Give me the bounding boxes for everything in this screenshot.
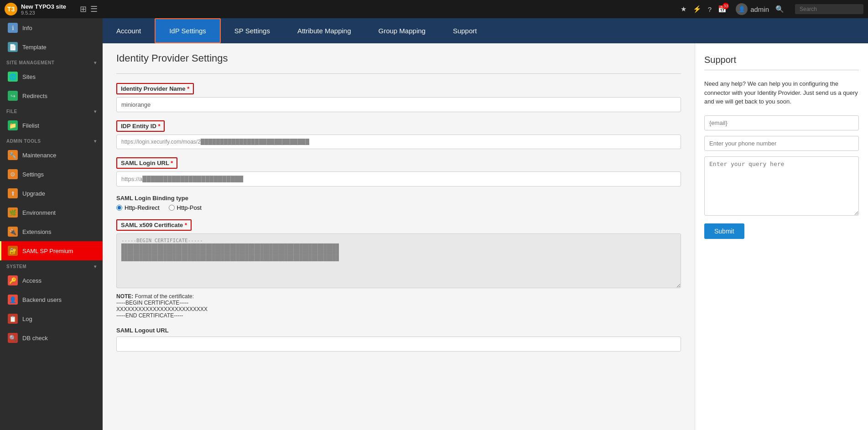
chevron-down-icon: ▾ bbox=[94, 139, 97, 144]
search-input[interactable] bbox=[795, 4, 863, 14]
tabs-bar: Account IdP Settings SP Settings Attribu… bbox=[103, 18, 868, 43]
sidebar-item-template[interactable]: 📄 Template bbox=[0, 37, 103, 57]
site-logo: T3 New TYPO3 site 9.5.23 bbox=[5, 3, 66, 16]
main-layout: ℹ Info 📄 Template SITE MANAGEMENT ▾ 🌐 Si… bbox=[0, 18, 868, 430]
support-query-input[interactable] bbox=[704, 156, 859, 216]
tab-idp-settings[interactable]: IdP Settings bbox=[155, 18, 221, 43]
saml-logout-url-group: SAML Logout URL bbox=[116, 327, 681, 352]
saml-logout-url-input[interactable] bbox=[116, 337, 681, 352]
radio-http-redirect[interactable]: Http-Redirect bbox=[116, 204, 160, 211]
sidebar-item-access[interactable]: 🔑 Access bbox=[0, 271, 103, 290]
support-title: Support bbox=[704, 55, 859, 65]
lightning-icon[interactable]: ⚡ bbox=[693, 5, 702, 13]
cert-note: NOTE: Format of the certificate: -----BE… bbox=[116, 293, 681, 319]
support-help-text: Need any help? We can help you in config… bbox=[704, 79, 859, 106]
filelist-icon: 📁 bbox=[8, 120, 18, 130]
idp-entity-id-group: IDP Entity ID * bbox=[116, 120, 681, 149]
x509-cert-input[interactable]: -----BEGIN CERTIFICATE----- ████████████… bbox=[116, 233, 681, 288]
tab-support[interactable]: Support bbox=[439, 18, 491, 43]
backend-users-icon: 👤 bbox=[8, 295, 18, 305]
db-check-icon: 🔍 bbox=[8, 333, 18, 343]
support-divider bbox=[704, 70, 859, 70]
support-email-input[interactable] bbox=[704, 115, 859, 130]
user-menu[interactable]: 👤 admin bbox=[736, 3, 769, 15]
sidebar-item-sites[interactable]: 🌐 Sites bbox=[0, 67, 103, 86]
content-area: Account IdP Settings SP Settings Attribu… bbox=[103, 18, 868, 430]
section-admin-tools: ADMIN TOOLS ▾ bbox=[0, 135, 103, 145]
support-phone-input[interactable] bbox=[704, 136, 859, 151]
admin-label: admin bbox=[750, 5, 769, 13]
sidebar-item-extensions[interactable]: 🔌 Extensions bbox=[0, 222, 103, 241]
x509-cert-group: SAML x509 Certificate * -----BEGIN CERTI… bbox=[116, 219, 681, 319]
saml-logout-url-label: SAML Logout URL bbox=[116, 327, 681, 334]
sidebar-item-filelist[interactable]: 📁 Filelist bbox=[0, 116, 103, 135]
help-icon[interactable]: ? bbox=[708, 5, 712, 13]
log-icon: 📋 bbox=[8, 314, 18, 324]
form-area: Identity Provider Settings Identity Prov… bbox=[103, 43, 695, 430]
divider bbox=[116, 73, 681, 74]
sidebar-item-saml-sp-premium[interactable]: 🔐 SAML SP Premium bbox=[0, 241, 103, 260]
required-marker: * bbox=[171, 160, 173, 166]
chevron-down-icon: ▾ bbox=[94, 109, 97, 114]
binding-type-options: Http-Redirect Http-Post bbox=[116, 204, 681, 211]
avatar: 👤 bbox=[736, 3, 748, 15]
sidebar-item-backend-users[interactable]: 👤 Backend users bbox=[0, 290, 103, 309]
sidebar-item-maintenance[interactable]: 🔧 Maintenance bbox=[0, 145, 103, 165]
idp-name-label: Identity Provider Name * bbox=[116, 83, 194, 94]
grid-icon[interactable]: ⊞ bbox=[80, 4, 87, 14]
sidebar-item-settings[interactable]: ⚙ Settings bbox=[0, 165, 103, 184]
section-site-management: SITE MANAGEMENT ▾ bbox=[0, 57, 103, 67]
page-title: Identity Provider Settings bbox=[116, 52, 681, 64]
submit-button[interactable]: Submit bbox=[704, 223, 744, 239]
list-icon[interactable]: ☰ bbox=[90, 4, 98, 14]
tab-group-mapping[interactable]: Group Mapping bbox=[365, 18, 439, 43]
binding-type-group: SAML Login Binding type Http-Redirect Ht… bbox=[116, 195, 681, 211]
maintenance-icon: 🔧 bbox=[8, 150, 18, 160]
tab-account[interactable]: Account bbox=[103, 18, 155, 43]
info-icon: ℹ bbox=[8, 23, 18, 33]
extensions-icon: 🔌 bbox=[8, 227, 18, 237]
sidebar-item-upgrade[interactable]: ⬆ Upgrade bbox=[0, 184, 103, 203]
star-icon[interactable]: ★ bbox=[681, 5, 686, 13]
sites-icon: 🌐 bbox=[8, 72, 18, 82]
idp-name-input[interactable] bbox=[116, 97, 681, 112]
saml-login-url-label: SAML Login URL * bbox=[116, 157, 177, 169]
radio-http-post[interactable]: Http-Post bbox=[169, 204, 202, 211]
sidebar: ℹ Info 📄 Template SITE MANAGEMENT ▾ 🌐 Si… bbox=[0, 18, 103, 430]
chevron-down-icon: ▾ bbox=[94, 60, 97, 65]
required-marker: * bbox=[187, 85, 189, 92]
site-version: 9.5.23 bbox=[21, 10, 66, 16]
sidebar-item-info[interactable]: ℹ Info bbox=[0, 18, 103, 37]
saml-login-url-group: SAML Login URL * bbox=[116, 157, 681, 187]
idp-name-group: Identity Provider Name * bbox=[116, 83, 681, 112]
typo3-logo-icon: T3 bbox=[5, 3, 17, 16]
content-scroll: Identity Provider Settings Identity Prov… bbox=[103, 43, 868, 430]
sidebar-item-log[interactable]: 📋 Log bbox=[0, 309, 103, 328]
idp-entity-id-input[interactable] bbox=[116, 135, 681, 149]
sidebar-item-redirects[interactable]: ↪ Redirects bbox=[0, 86, 103, 105]
upgrade-icon: ⬆ bbox=[8, 188, 18, 198]
tab-sp-settings[interactable]: SP Settings bbox=[221, 18, 284, 43]
topbar: T3 New TYPO3 site 9.5.23 ⊞ ☰ ★ ⚡ ? 📅 33 … bbox=[0, 0, 868, 18]
settings-icon: ⚙ bbox=[8, 169, 18, 179]
access-icon: 🔑 bbox=[8, 275, 18, 285]
required-marker: * bbox=[185, 222, 187, 228]
idp-entity-id-label: IDP Entity ID * bbox=[116, 120, 165, 132]
sidebar-item-environment[interactable]: 🌿 Environment bbox=[0, 203, 103, 222]
topbar-nav-icons: ⊞ ☰ bbox=[80, 4, 98, 14]
saml-icon: 🔐 bbox=[8, 246, 18, 256]
notifications-badge[interactable]: 📅 33 bbox=[718, 5, 727, 13]
svg-text:T3: T3 bbox=[7, 5, 15, 13]
tab-attribute-mapping[interactable]: Attribute Mapping bbox=[284, 18, 365, 43]
topbar-icons: ★ ⚡ ? 📅 33 👤 admin 🔍 bbox=[681, 3, 863, 15]
required-marker: * bbox=[158, 123, 160, 130]
support-panel: Support Need any help? We can help you i… bbox=[695, 43, 868, 430]
binding-type-label: SAML Login Binding type bbox=[116, 195, 681, 202]
environment-icon: 🌿 bbox=[8, 207, 18, 218]
saml-login-url-input[interactable] bbox=[116, 171, 681, 187]
section-file: FILE ▾ bbox=[0, 105, 103, 116]
sidebar-item-db-check[interactable]: 🔍 DB check bbox=[0, 328, 103, 347]
chevron-down-icon: ▾ bbox=[94, 264, 97, 269]
redirects-icon: ↪ bbox=[8, 91, 18, 101]
section-system: SYSTEM ▾ bbox=[0, 260, 103, 271]
